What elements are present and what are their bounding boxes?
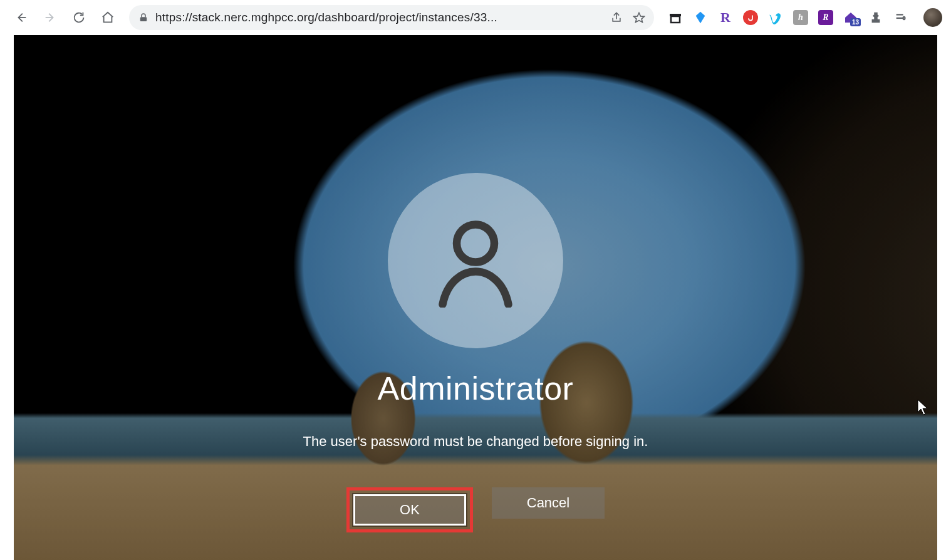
user-avatar-placeholder — [388, 173, 563, 348]
home-button[interactable] — [95, 5, 120, 30]
login-message: The user's password must be changed befo… — [303, 433, 648, 450]
browser-toolbar: https://stack.nerc.mghpcc.org/dashboard/… — [0, 0, 951, 35]
annotation-highlight: OK — [346, 487, 473, 532]
extension-purple-icon[interactable]: R — [818, 10, 833, 25]
share-icon[interactable] — [610, 11, 623, 24]
extension-diamond-icon[interactable] — [693, 10, 708, 25]
reload-button[interactable] — [66, 5, 91, 30]
home-icon — [101, 11, 115, 24]
cancel-button-label: Cancel — [527, 495, 569, 511]
extension-box-icon[interactable] — [668, 10, 683, 25]
arrow-right-icon — [43, 11, 57, 24]
extension-tray: R h R 13 — [663, 8, 942, 27]
extension-rakuten-icon[interactable]: R — [718, 10, 733, 25]
cancel-button[interactable]: Cancel — [492, 487, 605, 519]
extensions-menu-icon[interactable] — [868, 10, 883, 25]
extension-ublock-icon[interactable] — [743, 10, 758, 25]
svg-point-8 — [457, 225, 494, 262]
lock-icon — [138, 12, 149, 23]
url-text: https://stack.nerc.mghpcc.org/dashboard/… — [155, 11, 599, 24]
media-control-icon[interactable] — [893, 10, 908, 25]
svg-rect-2 — [140, 17, 147, 21]
extension-house-icon[interactable]: 13 — [843, 10, 858, 25]
svg-marker-3 — [634, 13, 645, 23]
extension-house-badge: 13 — [850, 18, 861, 26]
extension-honey-icon[interactable]: h — [793, 10, 808, 25]
arrow-left-icon — [14, 11, 28, 24]
remote-console: Administrator The user's password must b… — [14, 35, 937, 560]
windows-login-panel: Administrator The user's password must b… — [14, 35, 937, 560]
ok-button[interactable]: OK — [353, 494, 466, 526]
svg-rect-5 — [671, 16, 680, 23]
ok-button-label: OK — [400, 502, 420, 518]
back-button[interactable] — [9, 5, 34, 30]
profile-avatar[interactable] — [923, 8, 942, 27]
login-username: Administrator — [378, 370, 574, 407]
person-icon — [429, 214, 522, 308]
address-bar[interactable]: https://stack.nerc.mghpcc.org/dashboard/… — [129, 5, 654, 30]
star-icon[interactable] — [633, 11, 645, 24]
extension-vimeo-icon[interactable] — [768, 10, 783, 25]
forward-button[interactable] — [38, 5, 63, 30]
login-button-row: OK Cancel — [346, 487, 605, 532]
reload-icon — [72, 11, 86, 24]
